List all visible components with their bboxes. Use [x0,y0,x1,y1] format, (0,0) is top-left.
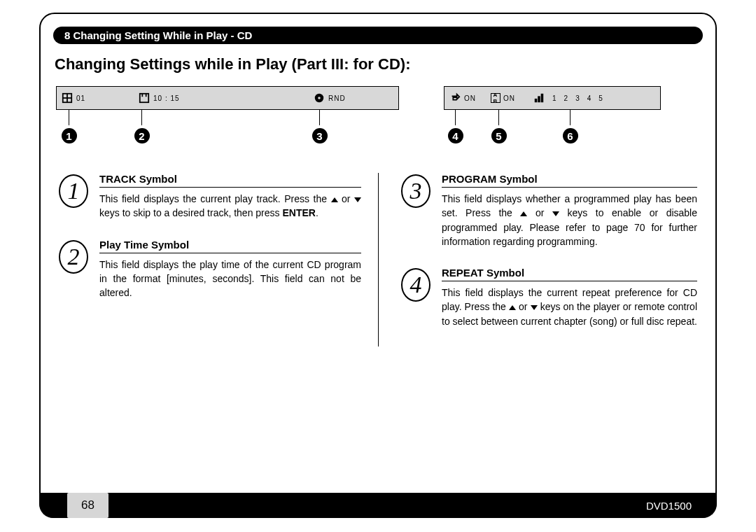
lcd-mode-value: RND [328,94,346,102]
page-frame: 8 Changing Setting While in Play - CD Ch… [39,13,717,518]
lcd-display-left: 01 10 : 15 RND [56,86,399,110]
lcd-prog-3: 3 [575,94,580,102]
item-4: 4 REPEAT Symbol This field displays the … [401,267,697,328]
item-2-number: 2 [59,240,88,274]
page-number: 68 [67,493,108,518]
description-columns: 1 TRACK Symbol This field displays the c… [53,173,703,346]
item-4-text: This field displays the current repeat p… [442,286,697,328]
lcd-ab-value: ON [503,94,515,102]
lcd-prog-5: 5 [598,94,603,102]
lcd-display-right: ON AB ON 1 2 3 4 5 [444,86,661,110]
callout-1: 1 [62,128,77,144]
down-triangle-icon [354,197,361,202]
program-icon [533,92,545,104]
item-1: 1 TRACK Symbol This field displays the c… [59,173,361,220]
item-1-text: This field displays the current play tra… [99,192,361,220]
svg-rect-10 [541,94,544,102]
item-4-number: 4 [401,268,430,302]
lcd-track-value: 01 [76,94,85,102]
item-2-text: This field displays the play time of the… [99,258,361,300]
svg-point-7 [318,97,321,99]
disc-icon [313,92,326,104]
lcd-prog-2: 2 [564,94,569,102]
down-triangle-icon [531,305,538,310]
svg-rect-9 [538,96,540,102]
lcd-repeat-value: ON [464,94,476,102]
time-box-icon [138,92,150,104]
callout-3: 3 [312,128,328,144]
ab-repeat-icon: AB [491,93,500,103]
item-3-title: PROGRAM Symbol [442,173,697,188]
callout-5: 5 [491,128,507,144]
item-4-title: REPEAT Symbol [442,267,697,281]
track-grid-icon [61,92,74,104]
up-triangle-icon [331,197,338,202]
item-3: 3 PROGRAM Symbol This field displays whe… [401,173,697,248]
svg-rect-8 [535,99,538,102]
lcd-row: 01 10 : 15 RND 1 [56,86,703,110]
item-3-number: 3 [401,174,430,208]
lcd-prog-4: 4 [587,94,592,102]
svg-rect-3 [140,94,148,102]
item-1-title: TRACK Symbol [99,173,361,188]
callout-4: 4 [448,128,463,144]
up-triangle-icon [520,211,527,216]
item-2: 2 Play Time Symbol This field displays t… [59,239,361,300]
lcd-time-value: 10 : 15 [153,94,180,102]
repeat-icon [449,92,461,104]
footer-bar: 68 DVD1500 [39,493,717,518]
callout-6: 6 [563,128,578,144]
model-label: DVD1500 [646,500,692,512]
lcd-prog-1: 1 [552,94,557,102]
callout-2: 2 [134,128,150,144]
down-triangle-icon [552,211,559,216]
page-title: Changing Settings while in Play (Part II… [55,55,701,74]
item-3-text: This field displays whether a programmed… [442,192,697,248]
up-triangle-icon [509,305,516,310]
item-1-number: 1 [59,174,88,208]
item-2-title: Play Time Symbol [99,239,361,253]
chapter-bar: 8 Changing Setting While in Play - CD [53,27,703,44]
